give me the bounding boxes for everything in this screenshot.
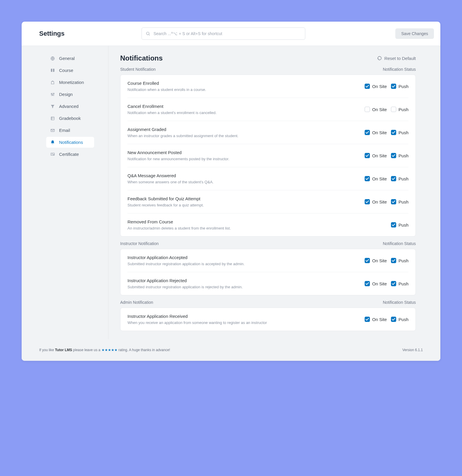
sidebar-item-label: Advanced: [59, 104, 79, 109]
onsite-group: On Site: [365, 84, 387, 89]
footer-review[interactable]: If you like Tutor LMS please leave us a …: [39, 348, 170, 352]
reset-to-default-button[interactable]: Reset to Default: [377, 56, 416, 61]
push-group: Push: [391, 258, 408, 263]
row-title: Instructor Application Received: [127, 314, 359, 319]
footer-suffix: rating. A huge thanks in advance!: [118, 348, 170, 352]
push-checkbox[interactable]: [391, 317, 396, 322]
sidebar-item-monetization[interactable]: Monetization: [46, 77, 94, 88]
onsite-group: On Site: [365, 258, 387, 263]
push-checkbox[interactable]: [391, 130, 396, 135]
row-controls: On SitePush: [365, 107, 408, 112]
footer-version: Version 6.1.1: [402, 348, 423, 352]
sidebar-item-advanced[interactable]: Advanced: [46, 101, 94, 112]
onsite-group: On Site: [365, 199, 387, 204]
globe-icon: [50, 56, 55, 61]
push-label: Push: [399, 258, 408, 263]
sidebar-item-label: Design: [59, 92, 73, 97]
svg-point-12: [53, 154, 54, 155]
notification-row: Instructor Application AcceptedSubmitted…: [127, 249, 408, 272]
svg-point-0: [146, 32, 149, 35]
section-header: Instructor NotificationNotification Stat…: [120, 241, 416, 246]
notification-row: Course EnrolledNotification when a stude…: [127, 75, 408, 98]
page-title: Notifications: [120, 54, 163, 62]
onsite-checkbox[interactable]: [365, 130, 370, 135]
svg-point-8: [54, 93, 54, 94]
sidebar-item-general[interactable]: General: [46, 53, 94, 64]
page-title-header: Settings: [39, 30, 136, 37]
funnel-icon: [50, 104, 55, 109]
save-button[interactable]: Save Changes: [395, 28, 434, 39]
push-checkbox[interactable]: [391, 84, 396, 89]
sidebar-item-design[interactable]: Design: [46, 89, 94, 100]
onsite-checkbox[interactable]: [365, 281, 370, 286]
reset-label: Reset to Default: [384, 56, 416, 61]
onsite-checkbox[interactable]: [365, 199, 370, 204]
row-controls: On SitePush: [365, 176, 408, 181]
push-checkbox[interactable]: [391, 107, 396, 112]
sidebar-item-notifications[interactable]: Notifications: [46, 137, 94, 148]
push-label: Push: [399, 84, 408, 89]
certificate-icon: [50, 152, 55, 157]
push-checkbox[interactable]: [391, 176, 396, 181]
onsite-group: On Site: [365, 176, 387, 181]
sidebar-item-label: Notifications: [59, 140, 83, 145]
notification-row: Instructor Application RejectedSubmitted…: [127, 272, 408, 295]
svg-rect-9: [51, 117, 54, 120]
section-title: Student Notification: [120, 67, 156, 72]
push-label: Push: [399, 317, 408, 322]
row-title: New Announcement Posted: [127, 150, 359, 155]
push-group: Push: [391, 84, 408, 89]
row-text: Cancel EnrollmentNotification when a stu…: [127, 104, 359, 115]
row-title: Assignment Graded: [127, 127, 359, 132]
row-desc: An instructor/admin deletes a student fr…: [127, 226, 385, 230]
row-controls: On SitePush: [365, 281, 408, 286]
row-text: New Announcement PostedNotification for …: [127, 150, 359, 161]
notification-row: Cancel EnrollmentNotification when a stu…: [127, 98, 408, 121]
sidebar-item-course[interactable]: Course: [46, 65, 94, 76]
push-checkbox[interactable]: [391, 258, 396, 263]
notification-row: Removed From CourseAn instructor/admin d…: [127, 213, 408, 236]
push-group: Push: [391, 153, 408, 158]
push-checkbox[interactable]: [391, 153, 396, 158]
row-title: Instructor Application Accepted: [127, 255, 359, 260]
section-header: Admin NotificationNotification Status: [120, 300, 416, 305]
section-title: Admin Notification: [120, 300, 153, 305]
row-controls: On SitePush: [365, 153, 408, 158]
row-controls: On SitePush: [365, 130, 408, 135]
sidebar-item-label: Email: [59, 128, 70, 133]
search-input[interactable]: [142, 27, 305, 40]
row-desc: When you receive an application from som…: [127, 320, 359, 325]
row-title: Course Enrolled: [127, 81, 359, 86]
notification-row: Assignment GradedWhen an instructor grad…: [127, 121, 408, 144]
onsite-checkbox[interactable]: [365, 107, 370, 112]
onsite-group: On Site: [365, 281, 387, 286]
sidebar-item-email[interactable]: Email: [46, 125, 94, 136]
footer: If you like Tutor LMS please leave us a …: [22, 339, 440, 361]
onsite-label: On Site: [372, 199, 387, 204]
sidebar-item-certificate[interactable]: Certificate: [46, 149, 94, 160]
onsite-checkbox[interactable]: [365, 317, 370, 322]
onsite-checkbox[interactable]: [365, 176, 370, 181]
sidebar-item-label: Certificate: [59, 152, 79, 157]
sidebar-item-gradebook[interactable]: Gradebook: [46, 113, 94, 124]
onsite-label: On Site: [372, 281, 387, 286]
row-text: Q&A Message AnsweredWhen someone answers…: [127, 173, 359, 184]
row-controls: Push: [391, 222, 408, 227]
push-checkbox[interactable]: [391, 281, 396, 286]
row-desc: Notification for new announcements poste…: [127, 157, 359, 161]
onsite-checkbox[interactable]: [365, 84, 370, 89]
push-group: Push: [391, 107, 408, 112]
push-label: Push: [399, 153, 408, 158]
row-controls: On SitePush: [365, 317, 408, 322]
push-checkbox[interactable]: [391, 222, 396, 227]
svg-line-1: [149, 35, 150, 35]
onsite-checkbox[interactable]: [365, 153, 370, 158]
page-header: Notifications Reset to Default: [120, 54, 416, 62]
push-checkbox[interactable]: [391, 199, 396, 204]
sidebar-item-label: Gradebook: [59, 116, 81, 121]
onsite-checkbox[interactable]: [365, 258, 370, 263]
row-text: Feedback Submitted for Quiz AttemptStude…: [127, 196, 359, 207]
body-area: GeneralCourseMonetizationDesignAdvancedG…: [22, 46, 440, 339]
onsite-label: On Site: [372, 153, 387, 158]
onsite-label: On Site: [372, 317, 387, 322]
